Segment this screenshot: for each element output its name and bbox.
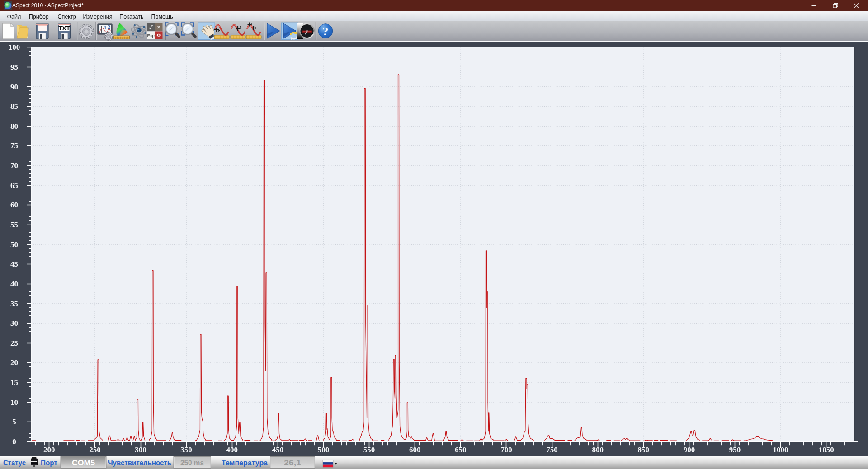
svg-text:65: 65	[10, 181, 18, 190]
svg-text:250: 250	[89, 446, 101, 454]
svg-text:200: 200	[43, 446, 55, 454]
svg-text:40: 40	[10, 280, 18, 288]
svg-text:55: 55	[10, 220, 18, 229]
svg-text:30: 30	[10, 319, 18, 328]
svg-text:85: 85	[10, 102, 18, 111]
svg-text:Чувствительность: Чувствительность	[108, 459, 171, 467]
svg-text:1: 1	[104, 24, 107, 31]
svg-text:90: 90	[10, 83, 18, 91]
svg-text:Exp: Exp	[147, 33, 155, 38]
svg-text:500: 500	[318, 446, 330, 454]
svg-text:?: ?	[323, 25, 329, 38]
svg-text:950: 950	[729, 446, 741, 454]
svg-text:26,1: 26,1	[284, 459, 301, 467]
svg-text:450: 450	[272, 446, 284, 454]
svg-text:1050: 1050	[819, 446, 834, 454]
svg-text:95: 95	[10, 63, 18, 71]
svg-text:850: 850	[638, 446, 650, 454]
svg-text:400: 400	[226, 446, 238, 454]
svg-text:2: 2	[108, 24, 110, 30]
svg-text:300: 300	[135, 446, 146, 454]
svg-text:45: 45	[10, 260, 18, 268]
svg-text:25: 25	[10, 339, 18, 347]
svg-text:COM5: COM5	[72, 459, 95, 467]
svg-text:600: 600	[409, 446, 421, 454]
svg-text:Порт: Порт	[41, 459, 57, 467]
svg-text:350: 350	[180, 446, 192, 454]
svg-text:10: 10	[10, 398, 18, 407]
svg-text:75: 75	[10, 141, 18, 150]
svg-text:15: 15	[10, 378, 18, 387]
svg-text:50: 50	[10, 240, 18, 249]
svg-text:80: 80	[10, 122, 18, 131]
svg-text:1000: 1000	[773, 446, 788, 454]
svg-text:650: 650	[455, 446, 467, 454]
svg-text:250 ms: 250 ms	[180, 459, 204, 467]
svg-text:550: 550	[363, 446, 375, 454]
svg-text:700: 700	[500, 446, 512, 454]
svg-text:60: 60	[10, 201, 18, 209]
svg-text:Статус: Статус	[3, 459, 26, 467]
svg-text:Температура: Температура	[222, 459, 268, 467]
svg-text:100: 100	[9, 43, 20, 52]
svg-text:0: 0	[12, 437, 16, 446]
svg-text:20: 20	[10, 358, 18, 367]
svg-text:5: 5	[12, 417, 16, 426]
svg-text:70: 70	[10, 161, 18, 170]
svg-text:900: 900	[684, 446, 695, 454]
svg-text:35: 35	[10, 300, 18, 308]
svg-text:TXT: TXT	[58, 25, 70, 32]
svg-text:750: 750	[546, 446, 558, 454]
svg-text:800: 800	[592, 446, 604, 454]
